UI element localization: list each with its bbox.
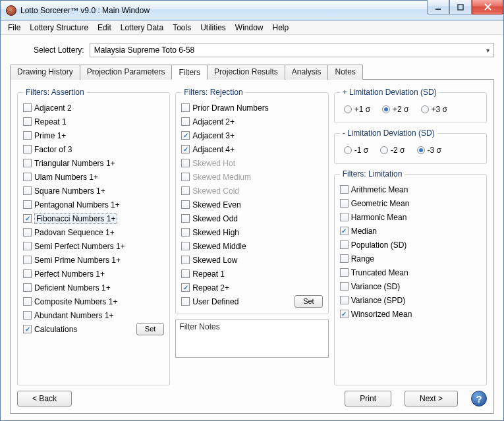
- tab-notes[interactable]: Notes: [327, 65, 362, 80]
- assertion-item-checkbox[interactable]: [23, 242, 32, 250]
- assertion-item-row: Semi Prime Numbers 1+: [23, 253, 164, 267]
- assertion-item-checkbox[interactable]: [23, 311, 32, 320]
- plus-deviation-fieldset: + Limitation Deviation (SD) +1 σ+2 σ+3 σ: [334, 88, 487, 123]
- rejection-set-button[interactable]: Set: [294, 295, 323, 308]
- rejection-item-label: Adjacent 2+: [192, 117, 235, 126]
- rejection-item-checkbox[interactable]: [181, 256, 190, 264]
- rejection-item-checkbox[interactable]: [181, 214, 190, 223]
- limitation-item-checkbox[interactable]: [340, 213, 349, 221]
- rejection-item-checkbox[interactable]: [181, 117, 190, 126]
- plus-dev-radio[interactable]: [344, 105, 352, 113]
- tab-drawing-history[interactable]: Drawing History: [10, 65, 80, 80]
- assertion-item-checkbox[interactable]: [23, 186, 32, 195]
- assertion-item-label: Semi Prime Numbers 1+: [34, 256, 121, 265]
- help-icon[interactable]: ?: [471, 391, 487, 407]
- assertion-item-checkbox[interactable]: [23, 103, 32, 112]
- assertion-set-button[interactable]: Set: [136, 323, 165, 335]
- assertion-item-checkbox[interactable]: [23, 159, 32, 167]
- assertion-item-checkbox[interactable]: [23, 283, 32, 292]
- menu-edit[interactable]: Edit: [93, 22, 116, 34]
- rejection-item-row: Skewed Even: [181, 198, 322, 211]
- menu-utilities[interactable]: Utilities: [196, 22, 231, 34]
- limitation-item-row: Variance (SPD): [340, 293, 481, 307]
- assertion-item-checkbox[interactable]: [23, 200, 32, 209]
- user-defined-checkbox[interactable]: [181, 297, 190, 306]
- rejection-item-label: Skewed Middle: [192, 242, 246, 251]
- limitation-item-checkbox[interactable]: [340, 282, 349, 291]
- assertion-item-row: Fibonacci Numbers 1+: [23, 211, 164, 225]
- calculations-checkbox[interactable]: [23, 325, 32, 333]
- rejection-item-checkbox[interactable]: [181, 228, 190, 237]
- assertion-item-row: Abundant Numbers 1+: [23, 308, 164, 322]
- menu-lottery-data[interactable]: Lottery Data: [116, 22, 168, 34]
- rejection-item-checkbox[interactable]: [181, 131, 190, 140]
- assertion-item-checkbox[interactable]: [23, 256, 32, 264]
- maximize-button[interactable]: [449, 0, 472, 14]
- tab-projection-parameters[interactable]: Projection Parameters: [80, 65, 173, 80]
- assertion-item-checkbox[interactable]: [23, 173, 32, 181]
- menu-file[interactable]: File: [3, 22, 25, 34]
- limitation-item-checkbox[interactable]: [340, 254, 349, 263]
- assertion-item-checkbox[interactable]: [23, 269, 32, 278]
- limitation-item-checkbox[interactable]: [340, 185, 349, 194]
- menu-lottery-structure[interactable]: Lottery Structure: [25, 22, 93, 34]
- content-area: Select Lottery: Malaysia Supreme Toto 6-…: [1, 35, 503, 420]
- limitation-item-checkbox[interactable]: [340, 227, 349, 235]
- menu-window[interactable]: Window: [231, 22, 268, 34]
- minimize-button[interactable]: [427, 0, 449, 14]
- rejection-item-checkbox[interactable]: [181, 145, 190, 154]
- plus-dev-radio[interactable]: [382, 105, 390, 113]
- assertion-item-label: Perfect Numbers 1+: [34, 269, 105, 279]
- tab-analysis[interactable]: Analysis: [285, 65, 329, 80]
- tab-filters[interactable]: Filters: [171, 65, 208, 80]
- limitation-item-label: Geometric Mean: [351, 199, 410, 208]
- rejection-item-row: Adjacent 4+: [181, 142, 322, 156]
- rejection-item-label: Repeat 1: [192, 269, 225, 279]
- plus-deviation-legend: + Limitation Deviation (SD): [340, 88, 439, 97]
- print-button[interactable]: Print: [345, 391, 391, 407]
- assertion-item-label: Padovan Sequence 1+: [34, 228, 115, 237]
- assertion-item-checkbox[interactable]: [23, 214, 32, 223]
- limitation-item-checkbox[interactable]: [340, 199, 349, 208]
- minus-dev-radio[interactable]: [344, 146, 352, 154]
- filters-panel: Filters: Assertion Adjacent 2Repeat 1Pri…: [10, 79, 494, 414]
- limitation-item-checkbox[interactable]: [340, 296, 349, 304]
- limitation-legend: Filters: Limitation: [340, 169, 405, 179]
- assertion-item-checkbox[interactable]: [23, 297, 32, 306]
- assertion-item-checkbox[interactable]: [23, 117, 32, 126]
- limitation-item-label: Range: [351, 254, 374, 264]
- rejection-item-checkbox[interactable]: [181, 242, 190, 250]
- rejection-item-row: Skewed High: [181, 225, 322, 239]
- bottom-button-row: < Back Print Next > ?: [17, 391, 487, 407]
- minus-dev-radio[interactable]: [380, 146, 388, 154]
- rejection-item-checkbox[interactable]: [181, 200, 190, 209]
- assertion-item-checkbox[interactable]: [23, 145, 32, 154]
- rejection-item-checkbox[interactable]: [181, 283, 190, 292]
- plus-dev-radio[interactable]: [421, 105, 429, 113]
- assertion-item-checkbox[interactable]: [23, 228, 32, 237]
- assertion-item-label: Deficient Numbers 1+: [34, 283, 111, 293]
- lottery-dropdown[interactable]: Malaysia Supreme Toto 6-58: [90, 43, 494, 57]
- limitation-item-checkbox[interactable]: [340, 310, 349, 318]
- close-button[interactable]: [472, 0, 503, 14]
- rejection-item-label: Prior Drawn Numbers: [192, 103, 268, 113]
- rejection-item-row: Adjacent 2+: [181, 115, 322, 128]
- minus-dev-radio[interactable]: [417, 146, 425, 154]
- limitation-item-checkbox[interactable]: [340, 268, 349, 277]
- rejection-item-checkbox[interactable]: [181, 103, 190, 112]
- rejection-item-label: Repeat 2+: [192, 283, 229, 293]
- window-controls: [427, 0, 503, 14]
- rejection-item-checkbox[interactable]: [181, 269, 190, 278]
- menu-help[interactable]: Help: [268, 22, 294, 34]
- menu-tools[interactable]: Tools: [168, 22, 196, 34]
- rejection-item-row: Skewed Middle: [181, 239, 322, 253]
- tab-projection-results[interactable]: Projection Results: [207, 65, 285, 80]
- filter-notes-input[interactable]: Filter Notes: [175, 320, 328, 358]
- limitation-item-checkbox[interactable]: [340, 240, 349, 249]
- back-button[interactable]: < Back: [17, 391, 72, 407]
- assertion-item-checkbox[interactable]: [23, 131, 32, 140]
- assertion-item-label: Repeat 1: [34, 117, 67, 126]
- next-button[interactable]: Next >: [405, 391, 458, 407]
- rejection-item-row: Repeat 1: [181, 267, 322, 281]
- plus-dev-radio-label: +3 σ: [432, 105, 447, 114]
